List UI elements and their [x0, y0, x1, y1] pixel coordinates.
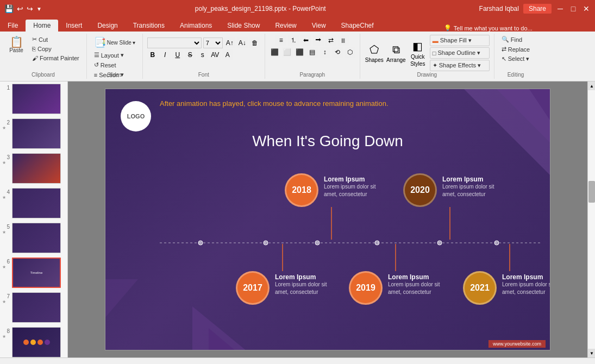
slide-thumbnail-7[interactable]: 7 ★: [2, 292, 65, 323]
svg-marker-5: [105, 279, 138, 317]
layout-icon: ☰: [94, 52, 99, 59]
shape-effects-button[interactable]: ✦ Shape Effects ▾: [430, 60, 490, 71]
smart-art-button[interactable]: ⬡: [345, 47, 355, 58]
restore-button[interactable]: □: [569, 4, 578, 13]
clear-format-button[interactable]: 🗑: [249, 37, 260, 48]
view-normal-button[interactable]: ▦: [457, 361, 470, 365]
quick-access-toolbar: 💾 ↩ ↪ ▼: [4, 4, 42, 13]
timeline-item-2018: 2018 Lorem Ipsum Lorem ipsum dolor sit a…: [285, 173, 378, 240]
customize-icon[interactable]: ▼: [36, 6, 42, 12]
columns-button[interactable]: ⫼: [338, 35, 349, 46]
animation-notice: After animation has played, click mouse …: [160, 99, 485, 109]
tab-file[interactable]: File: [0, 20, 26, 32]
vertical-scrollbar[interactable]: ▲ ▼: [587, 81, 595, 357]
font-name-select[interactable]: [147, 37, 202, 48]
line-spacing-button[interactable]: ↕: [320, 47, 330, 58]
minimize-button[interactable]: ─: [556, 4, 565, 13]
timeline-item-2021: 2021 Lorem Ipsum Lorem ipsum dolor sit a…: [463, 244, 550, 305]
quick-styles-icon: ◧: [412, 40, 423, 53]
clipboard-label: Clipboard: [0, 72, 86, 78]
quick-styles-button[interactable]: ◧ Quick Styles: [408, 40, 428, 67]
shape-fill-button[interactable]: ▬ Shape Fill ▾: [430, 35, 490, 46]
scroll-thumb[interactable]: [588, 181, 595, 203]
tab-shapechef[interactable]: ShapeChef: [334, 20, 381, 32]
slide-title[interactable]: When It's Going Down: [121, 133, 535, 150]
bold-button[interactable]: B: [147, 49, 158, 60]
canvas-area[interactable]: LOGO After animation has played, click m…: [68, 81, 587, 357]
slide-thumbnail-1[interactable]: 1: [2, 84, 65, 114]
reset-button[interactable]: ↺ Reset: [91, 60, 138, 70]
view-outline-button[interactable]: ⊞: [473, 361, 486, 365]
strikethrough-button[interactable]: S: [185, 49, 196, 60]
slide-thumbnail-3[interactable]: 3 ★: [2, 153, 65, 184]
tab-view[interactable]: View: [304, 20, 334, 32]
select-button[interactable]: ↖ Select ▾: [499, 54, 533, 64]
tab-home[interactable]: Home: [26, 20, 58, 32]
shadow-button[interactable]: s: [197, 49, 208, 60]
slide-panel: 1 2 ★ 3 ★: [0, 81, 68, 357]
status-bar: Slide 6 of 12 ⊙ 📝 Notes 💬 Comments ▦ ⊞ ◫…: [0, 357, 595, 364]
scroll-up-button[interactable]: ▲: [588, 81, 595, 90]
align-left-button[interactable]: ⬛: [270, 47, 280, 58]
paragraph-label: Paragraph: [265, 72, 360, 78]
save-icon[interactable]: 💾: [4, 4, 14, 13]
rtl-button[interactable]: ⇄: [325, 35, 336, 46]
shape-outline-icon: □: [433, 50, 436, 57]
bullets-button[interactable]: ≡: [275, 35, 286, 46]
tab-animations[interactable]: Animations: [172, 20, 220, 32]
slide-thumbnail-6[interactable]: 6 ★ Timeline: [2, 258, 65, 288]
undo-icon[interactable]: ↩: [17, 4, 23, 13]
char-spacing-button[interactable]: AV: [210, 49, 221, 60]
redo-icon[interactable]: ↪: [27, 4, 33, 13]
align-right-button[interactable]: ⬛: [295, 47, 305, 58]
close-button[interactable]: ✕: [582, 4, 591, 13]
tab-insert[interactable]: Insert: [58, 20, 90, 32]
increase-font-button[interactable]: A↑: [224, 37, 235, 48]
italic-button[interactable]: I: [160, 49, 171, 60]
tab-transitions[interactable]: Transitions: [126, 20, 172, 32]
shape-outline-button[interactable]: □ Shape Outline ▾: [430, 47, 490, 59]
scroll-down-button[interactable]: ▼: [588, 349, 595, 357]
find-button[interactable]: 🔍 Find: [499, 35, 533, 44]
tab-design[interactable]: Design: [90, 20, 125, 32]
indent-less-button[interactable]: ⬅: [300, 35, 311, 46]
view-reading-button[interactable]: ◫: [490, 361, 503, 365]
format-painter-button[interactable]: 🖌 Format Painter: [29, 54, 82, 62]
shapes-button[interactable]: ⬠ Shapes: [365, 40, 384, 67]
align-center-button[interactable]: ⬜: [282, 47, 293, 58]
view-slideshow-button[interactable]: ▶: [506, 361, 519, 365]
replace-icon: ⇄: [502, 46, 506, 53]
clipboard-group: 📋 Paste ✂ Cut ⎘ Copy 🖌 Format Painter: [0, 34, 87, 79]
drawing-label: Drawing: [360, 72, 494, 78]
tab-slideshow[interactable]: Slide Show: [220, 20, 267, 32]
tell-me-input[interactable]: 💡 Tell me what you want to do...: [444, 24, 533, 32]
text-direction-button[interactable]: ⟲: [332, 47, 343, 58]
font-size-select[interactable]: 7: [203, 37, 223, 48]
tab-review[interactable]: Review: [267, 20, 304, 32]
timeline-item-2020: 2020 Lorem Ipsum Lorem ipsum dolor sit a…: [403, 173, 497, 240]
find-icon: 🔍: [502, 36, 509, 43]
indent-more-button[interactable]: ⮕: [313, 35, 324, 46]
slide-canvas[interactable]: LOGO After animation has played, click m…: [105, 89, 550, 350]
justify-button[interactable]: ▤: [307, 47, 318, 58]
underline-button[interactable]: U: [172, 49, 183, 60]
slide-thumbnail-2[interactable]: 2 ★: [2, 118, 65, 149]
slide-thumbnail-8[interactable]: 8 ★: [2, 327, 65, 357]
layout-button[interactable]: ☰ Layout ▾: [91, 51, 138, 60]
font-group: 7 A↑ A↓ 🗑 B I U S s AV A Font: [143, 34, 265, 79]
replace-button[interactable]: ⇄ Replace: [499, 45, 533, 54]
numbering-button[interactable]: ⒈: [288, 35, 299, 46]
new-slide-button[interactable]: 📑 New Slide ▾: [91, 35, 138, 50]
new-slide-icon: 📑: [94, 36, 106, 48]
drawing-group: ⬠ Shapes ⧉ Arrange ◧ Quick Styles ▬ Shap…: [360, 34, 494, 79]
arrange-icon: ⧉: [392, 43, 400, 56]
font-color-button[interactable]: A: [222, 49, 233, 60]
decrease-font-button[interactable]: A↓: [237, 37, 248, 48]
share-button[interactable]: Share: [523, 4, 552, 14]
cut-button[interactable]: ✂ Cut: [29, 35, 82, 44]
slide-thumbnail-5[interactable]: 5 ★: [2, 223, 65, 253]
paste-button[interactable]: 📋 Paste: [4, 35, 28, 62]
slide-thumbnail-4[interactable]: 4 ★: [2, 188, 65, 218]
copy-button[interactable]: ⎘ Copy: [29, 45, 82, 53]
arrange-button[interactable]: ⧉ Arrange: [386, 40, 406, 67]
